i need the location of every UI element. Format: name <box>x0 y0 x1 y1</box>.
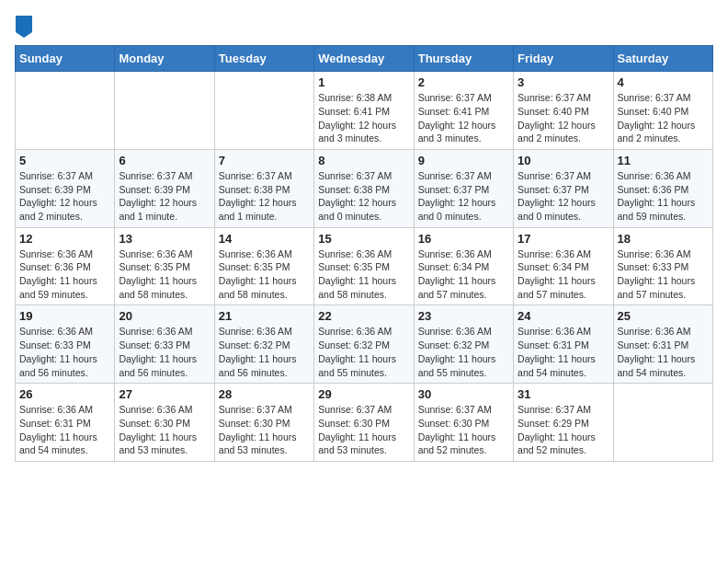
day-number: 21 <box>219 309 310 323</box>
day-info: Sunrise: 6:37 AM Sunset: 6:38 PM Dayligh… <box>318 169 409 224</box>
day-number: 29 <box>318 387 409 401</box>
calendar-cell: 15Sunrise: 6:36 AM Sunset: 6:35 PM Dayli… <box>314 227 414 305</box>
calendar-cell: 6Sunrise: 6:37 AM Sunset: 6:39 PM Daylig… <box>115 149 214 227</box>
weekday-header-thursday: Thursday <box>414 46 513 72</box>
calendar-cell: 24Sunrise: 6:36 AM Sunset: 6:31 PM Dayli… <box>514 305 613 384</box>
calendar-cell: 7Sunrise: 6:37 AM Sunset: 6:38 PM Daylig… <box>214 149 313 227</box>
calendar-cell: 18Sunrise: 6:36 AM Sunset: 6:33 PM Dayli… <box>613 227 712 305</box>
calendar-cell: 30Sunrise: 6:37 AM Sunset: 6:30 PM Dayli… <box>414 384 513 462</box>
calendar-cell: 17Sunrise: 6:36 AM Sunset: 6:34 PM Dayli… <box>514 227 613 305</box>
calendar-cell: 10Sunrise: 6:37 AM Sunset: 6:37 PM Dayli… <box>514 149 613 227</box>
day-info: Sunrise: 6:37 AM Sunset: 6:39 PM Dayligh… <box>119 169 210 224</box>
svg-marker-0 <box>16 16 32 38</box>
day-number: 9 <box>418 154 509 167</box>
calendar-cell <box>16 72 115 150</box>
calendar-cell: 8Sunrise: 6:37 AM Sunset: 6:38 PM Daylig… <box>314 149 414 227</box>
logo-icon <box>16 16 32 38</box>
calendar-cell: 19Sunrise: 6:36 AM Sunset: 6:33 PM Dayli… <box>16 305 115 384</box>
calendar-cell: 25Sunrise: 6:36 AM Sunset: 6:31 PM Dayli… <box>613 305 712 384</box>
day-info: Sunrise: 6:37 AM Sunset: 6:37 PM Dayligh… <box>418 169 509 224</box>
day-info: Sunrise: 6:37 AM Sunset: 6:39 PM Dayligh… <box>19 169 110 224</box>
logo <box>15 15 33 34</box>
day-info: Sunrise: 6:36 AM Sunset: 6:31 PM Dayligh… <box>19 403 110 457</box>
calendar-cell: 9Sunrise: 6:37 AM Sunset: 6:37 PM Daylig… <box>414 149 513 227</box>
day-number: 4 <box>618 75 709 89</box>
day-info: Sunrise: 6:36 AM Sunset: 6:31 PM Dayligh… <box>618 325 709 379</box>
day-info: Sunrise: 6:36 AM Sunset: 6:32 PM Dayligh… <box>418 325 509 379</box>
day-info: Sunrise: 6:36 AM Sunset: 6:36 PM Dayligh… <box>618 169 709 224</box>
calendar-cell: 4Sunrise: 6:37 AM Sunset: 6:40 PM Daylig… <box>613 72 712 150</box>
calendar-cell: 20Sunrise: 6:36 AM Sunset: 6:33 PM Dayli… <box>115 305 214 384</box>
day-info: Sunrise: 6:36 AM Sunset: 6:35 PM Dayligh… <box>219 247 310 302</box>
calendar-cell: 1Sunrise: 6:38 AM Sunset: 6:41 PM Daylig… <box>314 72 414 150</box>
day-info: Sunrise: 6:36 AM Sunset: 6:35 PM Dayligh… <box>119 247 210 302</box>
weekday-header-tuesday: Tuesday <box>214 46 313 72</box>
calendar-cell: 27Sunrise: 6:36 AM Sunset: 6:30 PM Dayli… <box>115 384 214 462</box>
calendar-cell: 11Sunrise: 6:36 AM Sunset: 6:36 PM Dayli… <box>613 149 712 227</box>
day-number: 3 <box>518 75 609 89</box>
page-header <box>15 15 713 34</box>
day-number: 14 <box>219 232 310 246</box>
day-info: Sunrise: 6:36 AM Sunset: 6:30 PM Dayligh… <box>119 403 210 457</box>
day-info: Sunrise: 6:36 AM Sunset: 6:34 PM Dayligh… <box>518 247 609 302</box>
day-number: 22 <box>318 309 409 323</box>
calendar-week-row: 1Sunrise: 6:38 AM Sunset: 6:41 PM Daylig… <box>16 72 713 150</box>
weekday-header-friday: Friday <box>514 46 613 72</box>
day-number: 12 <box>19 232 110 246</box>
calendar-week-row: 5Sunrise: 6:37 AM Sunset: 6:39 PM Daylig… <box>16 149 713 227</box>
day-number: 27 <box>119 387 210 401</box>
day-number: 20 <box>119 309 210 323</box>
calendar-cell: 2Sunrise: 6:37 AM Sunset: 6:41 PM Daylig… <box>414 72 513 150</box>
weekday-header-saturday: Saturday <box>613 46 712 72</box>
day-info: Sunrise: 6:36 AM Sunset: 6:35 PM Dayligh… <box>318 247 409 302</box>
weekday-header-monday: Monday <box>115 46 214 72</box>
day-number: 24 <box>518 309 609 323</box>
calendar-cell: 21Sunrise: 6:36 AM Sunset: 6:32 PM Dayli… <box>214 305 313 384</box>
calendar-cell: 23Sunrise: 6:36 AM Sunset: 6:32 PM Dayli… <box>414 305 513 384</box>
calendar-cell: 29Sunrise: 6:37 AM Sunset: 6:30 PM Dayli… <box>314 384 414 462</box>
day-info: Sunrise: 6:37 AM Sunset: 6:41 PM Dayligh… <box>418 91 509 145</box>
calendar-week-row: 19Sunrise: 6:36 AM Sunset: 6:33 PM Dayli… <box>16 305 713 384</box>
calendar-cell: 14Sunrise: 6:36 AM Sunset: 6:35 PM Dayli… <box>214 227 313 305</box>
calendar-cell: 22Sunrise: 6:36 AM Sunset: 6:32 PM Dayli… <box>314 305 414 384</box>
weekday-header-sunday: Sunday <box>16 46 115 72</box>
calendar-week-row: 26Sunrise: 6:36 AM Sunset: 6:31 PM Dayli… <box>16 384 713 462</box>
day-number: 30 <box>418 387 509 401</box>
day-info: Sunrise: 6:37 AM Sunset: 6:29 PM Dayligh… <box>518 403 609 457</box>
day-number: 15 <box>318 232 409 246</box>
day-number: 19 <box>19 309 110 323</box>
day-info: Sunrise: 6:36 AM Sunset: 6:31 PM Dayligh… <box>518 325 609 379</box>
day-number: 8 <box>318 154 409 167</box>
day-number: 2 <box>418 75 509 89</box>
calendar-cell <box>115 72 214 150</box>
day-info: Sunrise: 6:36 AM Sunset: 6:34 PM Dayligh… <box>418 247 509 302</box>
day-number: 25 <box>618 309 709 323</box>
calendar-cell: 16Sunrise: 6:36 AM Sunset: 6:34 PM Dayli… <box>414 227 513 305</box>
day-number: 23 <box>418 309 509 323</box>
day-number: 28 <box>219 387 310 401</box>
day-info: Sunrise: 6:36 AM Sunset: 6:33 PM Dayligh… <box>19 325 110 379</box>
day-number: 13 <box>119 232 210 246</box>
calendar-cell: 5Sunrise: 6:37 AM Sunset: 6:39 PM Daylig… <box>16 149 115 227</box>
day-number: 11 <box>618 154 709 167</box>
weekday-header-wednesday: Wednesday <box>314 46 414 72</box>
calendar-cell: 13Sunrise: 6:36 AM Sunset: 6:35 PM Dayli… <box>115 227 214 305</box>
day-number: 5 <box>19 154 110 167</box>
calendar-cell: 3Sunrise: 6:37 AM Sunset: 6:40 PM Daylig… <box>514 72 613 150</box>
day-number: 7 <box>219 154 310 167</box>
calendar-body: 1Sunrise: 6:38 AM Sunset: 6:41 PM Daylig… <box>16 72 713 462</box>
day-info: Sunrise: 6:37 AM Sunset: 6:37 PM Dayligh… <box>518 169 609 224</box>
day-number: 18 <box>618 232 709 246</box>
day-number: 31 <box>518 387 609 401</box>
day-info: Sunrise: 6:37 AM Sunset: 6:30 PM Dayligh… <box>318 403 409 457</box>
day-info: Sunrise: 6:36 AM Sunset: 6:32 PM Dayligh… <box>318 325 409 379</box>
day-info: Sunrise: 6:37 AM Sunset: 6:30 PM Dayligh… <box>418 403 509 457</box>
day-info: Sunrise: 6:36 AM Sunset: 6:36 PM Dayligh… <box>19 247 110 302</box>
calendar-table: SundayMondayTuesdayWednesdayThursdayFrid… <box>15 45 713 462</box>
day-info: Sunrise: 6:37 AM Sunset: 6:38 PM Dayligh… <box>219 169 310 224</box>
calendar-cell: 31Sunrise: 6:37 AM Sunset: 6:29 PM Dayli… <box>514 384 613 462</box>
day-info: Sunrise: 6:38 AM Sunset: 6:41 PM Dayligh… <box>318 91 409 145</box>
day-info: Sunrise: 6:37 AM Sunset: 6:40 PM Dayligh… <box>618 91 709 145</box>
day-number: 26 <box>19 387 110 401</box>
day-info: Sunrise: 6:36 AM Sunset: 6:33 PM Dayligh… <box>119 325 210 379</box>
